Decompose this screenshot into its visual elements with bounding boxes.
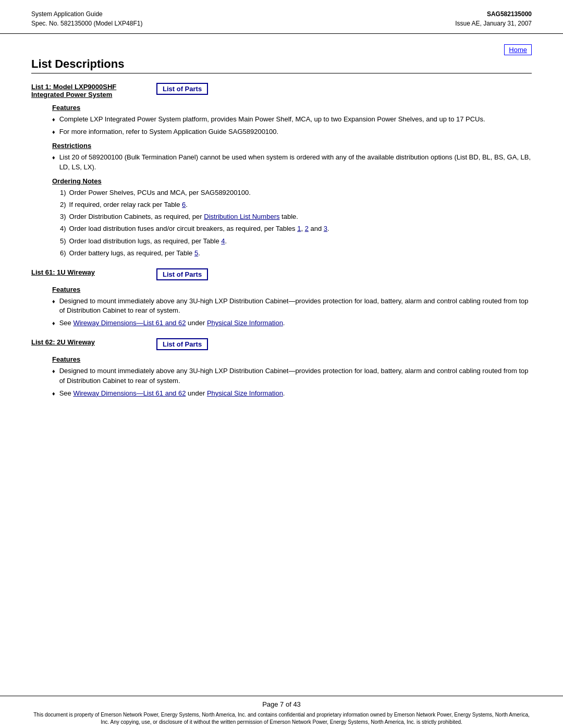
list62-features-heading: Features [52,355,532,363]
list1-ordering-heading: Ordering Notes [52,177,532,185]
list1-section: List 1: Model LXP9000SHF Integrated Powe… [31,83,532,258]
list-item: Designed to mount immediately above any … [52,366,532,385]
list-item: See Wireway Dimensions—List 61 and 62 un… [52,318,532,328]
list1-title-line2: Integrated Power System [31,91,146,98]
physical-size-link-61[interactable]: Physical Size Information [207,319,283,327]
list62-section: List 62: 2U Wireway List of Parts Featur… [31,338,532,398]
footer-legal: This document is property of Emerson Net… [31,711,532,726]
list-item: List 20 of 589200100 (Bulk Termination P… [52,153,532,171]
list62-title: List 62: 2U Wireway [31,338,146,346]
home-link-row: Home [31,44,532,55]
list-item: 6) Order battery lugs, as required, per … [60,249,532,258]
list61-title: List 61: 1U Wireway [31,268,146,276]
list61-features-list: Designed to mount immediately above any … [52,297,532,328]
table4-link[interactable]: 4 [221,237,225,245]
list1-features-heading: Features [52,104,532,112]
list1-title-block: List 1: Model LXP9000SHF Integrated Powe… [31,83,146,98]
list-item: 3) Order Distribution Cabinets, as requi… [60,212,532,221]
list61-parts-btn[interactable]: List of Parts [156,268,208,280]
doc-number: SAG582135000 [455,9,532,19]
list-item: Designed to mount immediately above any … [52,297,532,315]
list61-section: List 61: 1U Wireway List of Parts Featur… [31,268,532,328]
header-spec: Spec. No. 582135000 (Model LXP48F1) [31,19,142,28]
list-item: 4) Order load distribution fuses and/or … [60,224,532,233]
home-link[interactable]: Home [504,44,532,55]
table2-link[interactable]: 2 [305,225,309,232]
wireway-dimensions-link-61[interactable]: Wireway Dimensions—List 61 and 62 [73,319,186,327]
list-item: 5) Order load distribution lugs, as requ… [60,237,532,246]
page-number: Page 7 of 43 [31,700,532,708]
list62-parts-btn[interactable]: List of Parts [156,338,208,350]
list-item: For more information, refer to System Ap… [52,127,532,137]
header-title: System Application Guide [31,9,142,19]
list61-title-block: List 61: 1U Wireway [31,268,146,276]
distribution-list-link[interactable]: Distribution List Numbers [204,213,279,220]
footer: Page 7 of 43 This document is property o… [0,696,563,728]
doc-issue: Issue AE, January 31, 2007 [455,19,532,28]
table3-link[interactable]: 3 [324,225,327,232]
list1-parts-btn[interactable]: List of Parts [156,83,208,95]
list1-features-list: Complete LXP Integrated Power System pla… [52,115,532,137]
list-item: See Wireway Dimensions—List 61 and 62 un… [52,389,532,398]
list1-header-row: List 1: Model LXP9000SHF Integrated Powe… [31,83,532,98]
wireway-dimensions-link-62[interactable]: Wireway Dimensions—List 61 and 62 [73,389,186,397]
physical-size-link-62[interactable]: Physical Size Information [207,389,283,397]
content: Home List Descriptions List 1: Model LXP… [0,34,563,696]
list-item: 1) Order Power Shelves, PCUs and MCA, pe… [60,188,532,198]
list1-restrictions-heading: Restrictions [52,142,532,150]
list1-ordering-list: 1) Order Power Shelves, PCUs and MCA, pe… [60,188,532,258]
list61-features-heading: Features [52,286,532,293]
header: System Application Guide Spec. No. 58213… [0,0,563,34]
list61-header-row: List 61: 1U Wireway List of Parts [31,268,532,280]
list1-restrictions-list: List 20 of 589200100 (Bulk Termination P… [52,153,532,171]
list1-title-line1: List 1: Model LXP9000SHF [31,83,146,91]
list62-title-block: List 62: 2U Wireway [31,338,146,346]
list62-features-list: Designed to mount immediately above any … [52,366,532,398]
list-item: Complete LXP Integrated Power System pla… [52,115,532,124]
list62-header-row: List 62: 2U Wireway List of Parts [31,338,532,350]
list-item: 2) If required, order relay rack per Tab… [60,200,532,209]
header-left: System Application Guide Spec. No. 58213… [31,9,142,28]
header-right: SAG582135000 Issue AE, January 31, 2007 [455,9,532,28]
table1-link[interactable]: 1 [297,225,301,232]
page-wrapper: System Application Guide Spec. No. 58213… [0,0,563,728]
page-title: List Descriptions [31,57,532,73]
